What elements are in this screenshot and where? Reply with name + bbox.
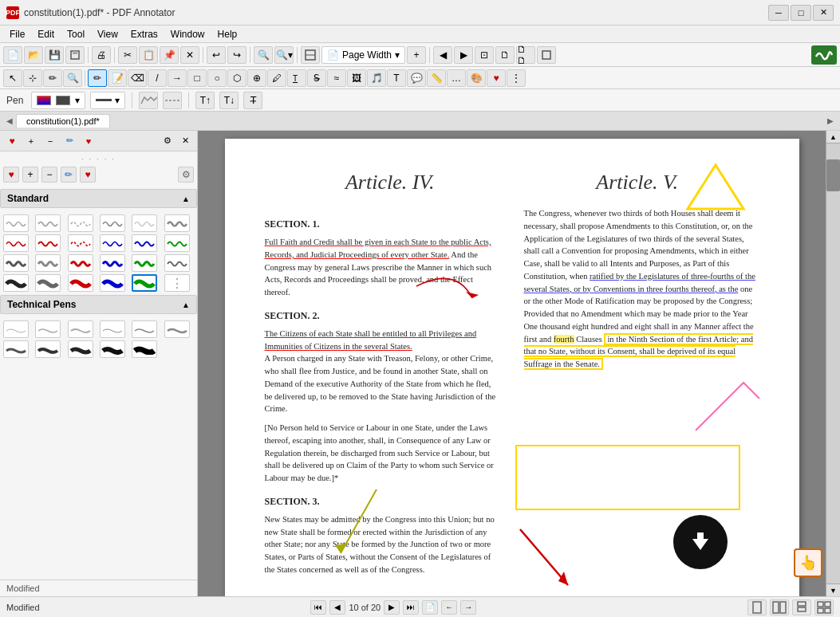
panel-icon-favorite[interactable]: ♥: [80, 133, 97, 149]
scroll-thumb[interactable]: [826, 159, 840, 191]
polygon-tool[interactable]: ⬡: [227, 69, 246, 87]
more-options[interactable]: ⋮: [507, 69, 526, 87]
edit-pen-btn[interactable]: ✏: [61, 167, 77, 183]
tech-pen-item[interactable]: [3, 320, 29, 338]
text-strike-btn[interactable]: T̶: [243, 92, 262, 109]
menu-view[interactable]: View: [91, 27, 124, 41]
pen-item[interactable]: [35, 254, 61, 272]
menu-edit[interactable]: Edit: [31, 27, 61, 41]
strikethrough-tool[interactable]: S̶: [307, 69, 326, 87]
paste-button[interactable]: 📌: [160, 46, 179, 64]
tech-pen-item[interactable]: [3, 340, 29, 358]
print-button[interactable]: 🖨: [92, 46, 111, 64]
pen-item[interactable]: [3, 254, 29, 272]
color-picker[interactable]: 🎨: [467, 69, 486, 87]
pen-item[interactable]: [100, 254, 125, 272]
nav-next-button[interactable]: ▶: [454, 46, 473, 64]
pen-tool[interactable]: ✏: [88, 69, 107, 87]
pen-style-2[interactable]: [163, 92, 182, 109]
open-button[interactable]: 📂: [24, 46, 43, 64]
pen-item[interactable]: [68, 254, 93, 272]
pen-item[interactable]: [35, 274, 61, 292]
copy-button[interactable]: 📋: [139, 46, 158, 64]
tech-pen-item[interactable]: [35, 340, 61, 358]
search-button[interactable]: 🔍: [254, 46, 273, 64]
menu-window[interactable]: Window: [164, 27, 211, 41]
pen-item[interactable]: [68, 234, 93, 252]
page-view-button[interactable]: 🗋: [495, 46, 515, 64]
pen-item[interactable]: [164, 214, 190, 232]
zoom-tool[interactable]: 🔍: [63, 69, 82, 87]
menu-help[interactable]: Help: [211, 27, 244, 41]
favorite-btn[interactable]: ♥: [3, 167, 19, 183]
pen-style-1[interactable]: [139, 92, 158, 109]
remove-pen-btn[interactable]: −: [41, 167, 57, 183]
panel-icon-add[interactable]: +: [22, 133, 40, 149]
panel-icon-edit[interactable]: ✏: [61, 133, 78, 149]
close-button[interactable]: ✕: [813, 5, 834, 21]
pdf-area[interactable]: Article. IV. Article. V. SECTION. 1. Ful…: [198, 131, 826, 596]
right-scrollbar[interactable]: ▲ ▼: [826, 131, 840, 596]
hand-tool-overlay[interactable]: 👆: [794, 548, 822, 577]
pen-item-selected[interactable]: [132, 274, 157, 292]
redo-button[interactable]: ↪: [227, 46, 246, 64]
tech-pen-item[interactable]: [68, 320, 93, 338]
tech-pen-item[interactable]: [35, 320, 61, 338]
tech-pen-item[interactable]: [68, 340, 93, 358]
line-tool[interactable]: /: [148, 69, 167, 87]
maximize-button[interactable]: □: [791, 5, 811, 21]
select-area-tool[interactable]: ⊹: [23, 69, 42, 87]
more-tools[interactable]: …: [447, 69, 466, 87]
fav2-btn[interactable]: ♥: [80, 167, 96, 183]
undo-button[interactable]: ↩: [207, 46, 226, 64]
go-forward-btn[interactable]: →: [460, 600, 476, 615]
zoom-in-button[interactable]: +: [407, 46, 426, 64]
freehand-tool[interactable]: ✏: [43, 69, 62, 87]
pen-item[interactable]: [100, 234, 125, 252]
scroll-up-btn[interactable]: ▲: [826, 131, 840, 143]
pen-item[interactable]: [3, 274, 29, 292]
tech-pen-item[interactable]: [164, 320, 190, 338]
pen-item[interactable]: [164, 234, 190, 252]
panel-icon-minus[interactable]: −: [41, 133, 59, 149]
marker-tool[interactable]: 📝: [108, 69, 127, 87]
tech-pen-item[interactable]: [100, 340, 125, 358]
two-page-button[interactable]: 🗋🗋: [516, 46, 535, 64]
technical-pens-section-header[interactable]: Technical Pens ▲: [0, 295, 197, 314]
select-tool[interactable]: ↖: [3, 69, 22, 87]
tab-scroll-left[interactable]: ◀: [3, 115, 16, 128]
two-page-view[interactable]: [770, 599, 789, 615]
single-page-view[interactable]: [747, 599, 767, 615]
delete-button[interactable]: ✕: [180, 46, 199, 64]
pen-item[interactable]: [132, 234, 157, 252]
measure-tool[interactable]: 📏: [427, 69, 446, 87]
fit-button[interactable]: ⊡: [475, 46, 494, 64]
fullscreen-button[interactable]: [537, 46, 556, 64]
heart-favorites[interactable]: ♥: [487, 69, 506, 87]
last-page-btn[interactable]: ⏭: [403, 600, 419, 615]
page-input-btn[interactable]: 📄: [422, 600, 438, 615]
zoom-mode-button[interactable]: [301, 46, 320, 64]
ellipse-tool[interactable]: ○: [207, 69, 227, 87]
panel-icon-heart[interactable]: ♥: [3, 133, 21, 149]
panel-close-btn[interactable]: ✕: [176, 133, 194, 149]
pen-line-selector[interactable]: ▾: [90, 92, 125, 109]
tab-constitution[interactable]: constitution(1).pdf*: [16, 114, 110, 128]
pen-item[interactable]: [35, 234, 61, 252]
pen-item[interactable]: [68, 214, 93, 232]
underline-tool[interactable]: T: [287, 69, 306, 87]
pen-item[interactable]: [3, 234, 29, 252]
rect-tool[interactable]: □: [187, 69, 207, 87]
callout-tool[interactable]: 💬: [407, 69, 426, 87]
go-back-btn[interactable]: ←: [441, 600, 457, 615]
menu-extras[interactable]: Extras: [124, 27, 164, 41]
search-options-button[interactable]: 🔍▾: [274, 46, 294, 64]
pen-color-selector[interactable]: ▾: [31, 92, 85, 109]
pen-item[interactable]: [132, 214, 157, 232]
cut-button[interactable]: ✂: [118, 46, 137, 64]
nav-prev-button[interactable]: ◀: [433, 46, 452, 64]
pen-item[interactable]: [35, 214, 61, 232]
image-tool[interactable]: 🖼: [347, 69, 366, 87]
scroll-track[interactable]: [826, 143, 840, 584]
eraser-tool[interactable]: ⌫: [128, 69, 147, 87]
